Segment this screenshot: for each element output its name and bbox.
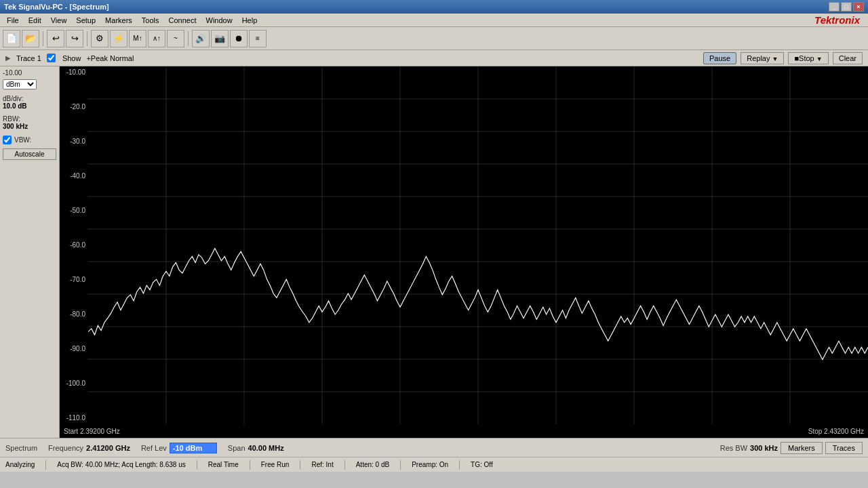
- markers-button[interactable]: Markers: [781, 442, 823, 454]
- toolbar-sep3: [188, 31, 189, 46]
- rbw-value: 300 kHz: [3, 123, 56, 130]
- acq-bw-value: Acq BW: 40.00 MHz; Acq Length: 8.638 us: [57, 461, 185, 468]
- y-label-2: -20.0: [60, 104, 88, 110]
- menu-help[interactable]: Help: [238, 16, 262, 25]
- peaks-button[interactable]: ∧↑: [148, 30, 165, 47]
- rbw-section: RBW: 300 kHz: [3, 115, 56, 130]
- close-button[interactable]: ×: [853, 2, 864, 12]
- detection-label: +Peak Normal: [86, 54, 134, 62]
- new-button[interactable]: 📄: [3, 30, 20, 47]
- vbw-checkbox[interactable]: [3, 136, 12, 144]
- tg-item: TG: Off: [471, 461, 493, 468]
- menu-connect[interactable]: Connect: [165, 16, 201, 25]
- undo-button[interactable]: ↩: [47, 30, 64, 47]
- res-bw-label: Res BW: [720, 444, 747, 452]
- analyzing-item: Analyzing: [5, 461, 35, 468]
- chart-bottom: Start 2.39200 GHz Stop 2.43200 GHz: [60, 424, 868, 438]
- title-bar-text: Tek SignalVu-PC - [Spectrum]: [4, 3, 829, 11]
- sep3: [250, 460, 250, 470]
- sep4: [300, 460, 300, 470]
- menu-file[interactable]: File: [3, 16, 23, 25]
- menu-edit[interactable]: Edit: [24, 16, 45, 25]
- start-freq-label: Start 2.39200 GHz: [64, 428, 120, 435]
- unit-dropdown[interactable]: dBm dBW V: [3, 79, 56, 89]
- rbw-label: RBW:: [3, 115, 56, 123]
- tektronix-logo: Tektronix: [814, 14, 865, 26]
- title-bar: Tek SignalVu-PC - [Spectrum] _ □ ×: [0, 0, 868, 14]
- y-label-6: -60.0: [60, 242, 88, 249]
- left-panel: -10.00 dBm dBW V dB/div: 10.0 dB RBW: 30…: [0, 66, 60, 438]
- ref-lev-input[interactable]: [170, 443, 217, 453]
- y-label-1: -10.00: [60, 69, 88, 76]
- real-time-label: Real Time: [208, 461, 239, 468]
- maximize-button[interactable]: □: [841, 2, 852, 12]
- ref-int-label: Ref: Int: [311, 461, 333, 468]
- res-bw-section: Res BW 300 kHz: [720, 442, 778, 454]
- free-run-item: Free Run: [261, 461, 290, 468]
- replay-button[interactable]: Replay ▼: [741, 52, 784, 64]
- y-label-10: -100.0: [60, 380, 88, 387]
- atten-item: Atten: 0 dB: [356, 461, 389, 468]
- show-checkbox[interactable]: [47, 54, 56, 62]
- ref-level-label: -10.00: [3, 69, 56, 77]
- frequency-section: Frequency 2.41200 GHz: [48, 444, 130, 452]
- db-div-label: dB/div:: [3, 95, 56, 102]
- main-area: -10.00 dBm dBW V dB/div: 10.0 dB RBW: 30…: [0, 66, 868, 438]
- sep1: [45, 460, 46, 470]
- toolbar: 📄 📂 ↩ ↪ ⚙ ⚡ M↑ ∧↑ ~ 🔊 📷 ⏺ ≡: [0, 27, 868, 50]
- chart-wrapper: -10.00 -20.0 -30.0 -40.0 -50.0 -60.0 -70…: [60, 66, 868, 438]
- noise-button[interactable]: ~: [167, 30, 184, 47]
- y-label-5: -50.0: [60, 207, 88, 214]
- y-label-9: -90.0: [60, 346, 88, 352]
- ref-int-item: Ref: Int: [311, 461, 333, 468]
- menu-view[interactable]: View: [47, 16, 71, 25]
- waveform-display: [88, 66, 868, 424]
- spectrum-label: Spectrum: [5, 444, 37, 452]
- menu-tools[interactable]: Tools: [138, 16, 163, 25]
- real-time-item: Real Time: [208, 461, 239, 468]
- autoscale-button[interactable]: Autoscale: [3, 148, 56, 160]
- trace-label: Trace 1: [16, 54, 41, 62]
- menu-markers[interactable]: Markers: [101, 16, 136, 25]
- menu-window[interactable]: Window: [202, 16, 237, 25]
- span-label: Span: [228, 444, 245, 452]
- sep2: [197, 460, 197, 470]
- y-label-7: -70.0: [60, 277, 88, 283]
- analysis-button[interactable]: ≡: [249, 30, 267, 47]
- settings-button[interactable]: ⚙: [91, 30, 108, 47]
- stop-arrow: ▼: [816, 56, 823, 62]
- clear-button[interactable]: Clear: [833, 52, 863, 64]
- y-axis: -10.00 -20.0 -30.0 -40.0 -50.0 -60.0 -70…: [60, 66, 88, 424]
- minimize-button[interactable]: _: [829, 2, 840, 12]
- stop-button[interactable]: ■Stop ▼: [788, 52, 828, 64]
- pause-button[interactable]: Pause: [703, 52, 736, 64]
- y-label-11: -110.0: [60, 415, 88, 422]
- toolbar-sep2: [87, 31, 87, 46]
- analyzing-label: Analyzing: [5, 461, 35, 468]
- trigger-button[interactable]: ⚡: [110, 30, 127, 47]
- preamp-label: Preamp: On: [412, 461, 448, 468]
- ref-lev-label: Ref Lev: [141, 444, 167, 452]
- replay-label: Replay: [747, 54, 770, 62]
- traces-button[interactable]: Traces: [825, 442, 863, 454]
- redo-button[interactable]: ↪: [66, 30, 83, 47]
- y-label-8: -80.0: [60, 311, 88, 318]
- sep5: [344, 460, 345, 470]
- audio-button[interactable]: 🔊: [192, 30, 210, 47]
- menu-setup[interactable]: Setup: [72, 16, 100, 25]
- record-button[interactable]: ⏺: [230, 30, 248, 47]
- db-div-section: dB/div: 10.0 dB: [3, 95, 56, 110]
- camera-button[interactable]: 📷: [211, 30, 229, 47]
- trace-indicator: ▶: [5, 54, 11, 62]
- vbw-section: VBW:: [3, 136, 56, 144]
- spectrum-section: Spectrum: [5, 444, 37, 452]
- sep7: [459, 460, 460, 470]
- acq-bw-item: Acq BW: 40.00 MHz; Acq Length: 8.638 us: [57, 461, 185, 468]
- open-button[interactable]: 📂: [22, 30, 39, 47]
- db-div-value: 10.0 dB: [3, 102, 56, 110]
- vbw-label: VBW:: [14, 136, 31, 144]
- status-bar1: Spectrum Frequency 2.41200 GHz Ref Lev S…: [0, 438, 868, 457]
- chart-container: -10.00 -20.0 -30.0 -40.0 -50.0 -60.0 -70…: [60, 66, 868, 424]
- unit-select[interactable]: dBm dBW V: [3, 79, 37, 89]
- markers-toolbar-button[interactable]: M↑: [129, 30, 146, 47]
